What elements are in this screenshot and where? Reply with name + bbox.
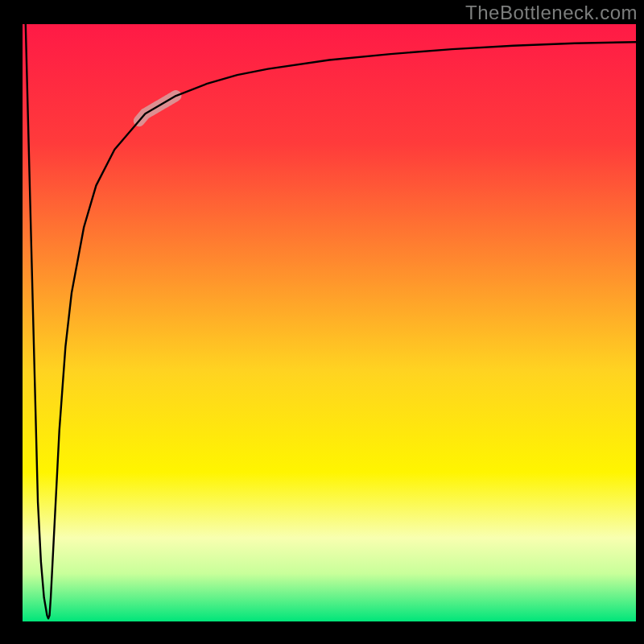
svg-rect-4 — [0, 621, 644, 644]
bottleneck-chart — [0, 0, 644, 644]
svg-rect-2 — [636, 0, 644, 644]
plot-background — [23, 24, 636, 621]
svg-rect-1 — [0, 0, 23, 644]
watermark-label: TheBottleneck.com — [465, 2, 638, 24]
chart-stage: TheBottleneck.com — [0, 0, 644, 644]
